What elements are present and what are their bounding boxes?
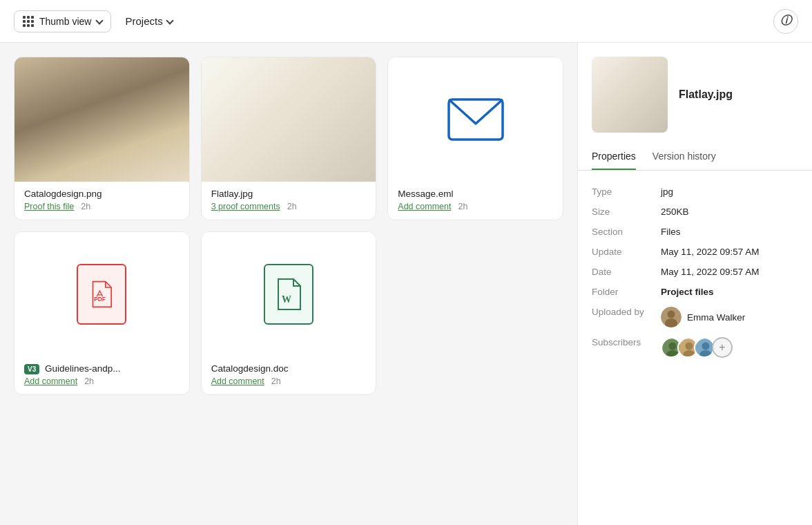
thumb-view-label: Thumb view (39, 16, 91, 27)
file-card-info: Catalogdesign.png Proof this file 2h (14, 182, 189, 220)
file-meta: Add comment 2h (211, 376, 367, 386)
word-icon: W (264, 264, 313, 325)
file-link[interactable]: Add comment (211, 376, 264, 386)
file-time: 2h (458, 202, 467, 211)
projects-button[interactable]: Projects (125, 15, 172, 27)
uploader-avatar (661, 307, 682, 327)
svg-text:PDF: PDF (94, 296, 106, 303)
tab-version-history[interactable]: Version history (652, 144, 716, 170)
prop-subscribers-label: Subscribers (592, 337, 661, 347)
prop-uploaded-by: Uploaded by Emma Walker (592, 302, 798, 332)
chevron-down-icon (96, 17, 104, 24)
pdf-icon: PDF (77, 264, 126, 325)
prop-section: Section Files (592, 222, 798, 242)
main-content: Catalogdesign.png Proof this file 2h Fla… (0, 43, 812, 525)
file-card-message[interactable]: Message.eml Add comment 2h (387, 57, 563, 220)
file-link[interactable]: Add comment (24, 376, 77, 386)
file-card-guidelines[interactable]: PDF V3 Guidelines-andp... Add comment (14, 231, 190, 395)
file-name: Flatlay.jpg (211, 189, 367, 199)
right-panel: Flatlay.jpg Properties Version history T… (577, 43, 812, 525)
file-link[interactable]: 3 proof comments (211, 202, 280, 211)
file-icon-word: W (202, 232, 376, 356)
file-time: 2h (84, 376, 94, 386)
file-link[interactable]: Add comment (398, 202, 451, 211)
file-meta: Add comment 2h (398, 202, 553, 211)
file-card-flatlay[interactable]: Flatlay.jpg 3 proof comments 2h (201, 57, 377, 220)
file-name: Message.eml (398, 189, 553, 199)
info-button[interactable]: ⓘ (773, 9, 798, 34)
file-grid-area: Catalogdesign.png Proof this file 2h Fla… (0, 43, 577, 525)
prop-folder-label: Folder (592, 287, 661, 297)
projects-label: Projects (125, 15, 162, 27)
prop-section-value: Files (661, 227, 798, 237)
chevron-down-icon (166, 17, 173, 24)
file-meta: Proof this file 2h (24, 202, 180, 211)
panel-filename: Flatlay.jpg (679, 88, 733, 101)
grid-icon (23, 16, 34, 27)
panel-tabs: Properties Version history (578, 144, 812, 171)
prop-folder: Folder Project files (592, 282, 798, 302)
file-time: 2h (287, 202, 297, 211)
file-icon-pdf: PDF (14, 232, 189, 356)
prop-type: Type jpg (592, 182, 798, 202)
svg-point-4 (668, 311, 675, 318)
file-card-info: V3 Guidelines-andp... Add comment 2h (14, 356, 189, 394)
prop-update: Update May 11, 2022 09:57 AM (592, 242, 798, 262)
subscribers-list: + (661, 337, 733, 358)
file-card-info: Message.eml Add comment 2h (388, 182, 563, 220)
prop-type-label: Type (592, 187, 661, 197)
prop-date-label: Date (592, 267, 661, 277)
prop-size: Size 250KB (592, 202, 798, 222)
svg-point-13 (702, 343, 710, 350)
email-svg-icon (447, 97, 505, 142)
panel-preview-thumb (592, 57, 668, 133)
panel-preview: Flatlay.jpg (578, 43, 812, 144)
prop-update-label: Update (592, 247, 661, 257)
prop-uploaded-label: Uploaded by (592, 307, 661, 317)
top-bar: Thumb view Projects ⓘ (0, 0, 812, 43)
file-card-info: Flatlay.jpg 3 proof comments 2h (202, 182, 376, 220)
uploaded-by-user: Emma Walker (661, 307, 745, 327)
prop-date: Date May 11, 2022 09:57 AM (592, 262, 798, 282)
file-grid: Catalogdesign.png Proof this file 2h Fla… (14, 57, 563, 395)
prop-size-value: 250KB (661, 207, 798, 217)
file-icon-email (388, 57, 563, 182)
panel-properties: Type jpg Size 250KB Section Files Update… (578, 171, 812, 525)
thumb-view-button[interactable]: Thumb view (14, 10, 111, 32)
prop-date-value: May 11, 2022 09:57 AM (661, 267, 798, 277)
prop-update-value: May 11, 2022 09:57 AM (661, 247, 798, 257)
file-name: Catalogdesign.doc (211, 363, 367, 374)
prop-folder-value: Project files (661, 287, 798, 297)
tab-properties[interactable]: Properties (592, 144, 636, 170)
top-bar-left: Thumb view Projects (14, 10, 173, 32)
prop-section-label: Section (592, 227, 661, 237)
svg-point-10 (686, 343, 693, 350)
svg-text:W: W (282, 294, 291, 305)
prop-type-value: jpg (661, 187, 798, 197)
prop-subscribers: Subscribers (592, 332, 798, 363)
file-link[interactable]: Proof this file (24, 202, 74, 211)
file-card-info: Catalogdesign.doc Add comment 2h (202, 356, 376, 394)
file-card-catalogdesign-doc[interactable]: W Catalogdesign.doc Add comment 2h (201, 231, 377, 395)
file-thumb-flatlay (202, 57, 376, 182)
add-subscriber-button[interactable]: + (712, 337, 733, 358)
file-time: 2h (271, 376, 281, 386)
uploader-name: Emma Walker (687, 312, 745, 323)
file-time: 2h (81, 202, 90, 211)
version-badge: V3 (24, 364, 39, 374)
file-thumb-catalogdesign (14, 57, 189, 182)
file-card-catalogdesign[interactable]: Catalogdesign.png Proof this file 2h (14, 57, 190, 220)
file-meta: 3 proof comments 2h (211, 202, 367, 211)
file-name: Catalogdesign.png (24, 189, 180, 199)
prop-size-label: Size (592, 207, 661, 217)
info-icon: ⓘ (780, 14, 791, 28)
file-meta: Add comment 2h (24, 376, 180, 386)
file-name: V3 Guidelines-andp... (24, 363, 180, 374)
svg-point-7 (669, 343, 677, 350)
